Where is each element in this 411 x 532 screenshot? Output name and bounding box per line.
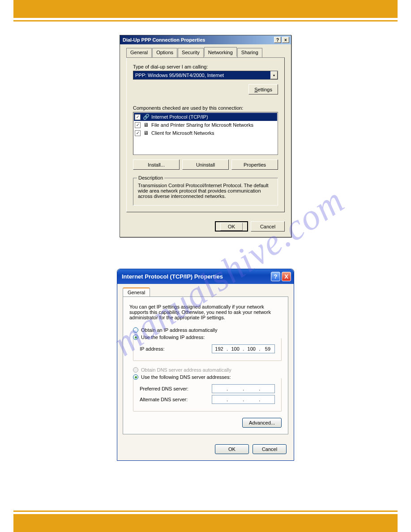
checkbox-icon[interactable]: ✓ <box>135 130 141 136</box>
list-item[interactable]: ✓ 🔗 Internet Protocol (TCP/IP) <box>134 113 277 121</box>
tab-general[interactable]: General <box>123 287 150 296</box>
radio-icon <box>133 327 138 333</box>
dialog-title: Internet Protocol (TCP/IP) Properties <box>122 273 271 280</box>
list-item[interactable]: ✓ 🖥 Client for Microsoft Networks <box>134 129 277 137</box>
uninstall-button[interactable]: Uninstall <box>182 159 229 170</box>
radio-icon <box>133 374 138 380</box>
close-button[interactable]: X <box>282 272 291 281</box>
dialog-title: Dial-Up PPP Connection Properties <box>123 37 273 43</box>
tab-networking[interactable]: Networking <box>204 47 237 57</box>
network-icon: 🔗 <box>142 113 150 120</box>
server-type-label: Type of dial-up server I am calling: <box>133 64 278 69</box>
dialog-titlebar: Internet Protocol (TCP/IP) Properties ? … <box>117 269 294 284</box>
tab-strip: General Options Security Networking Shar… <box>126 48 285 58</box>
page-footer-line <box>13 511 398 512</box>
checkbox-icon[interactable]: ✓ <box>135 122 141 128</box>
ip-auto-radio[interactable]: Obtain an IP address automatically <box>133 327 282 333</box>
page-footer-bar <box>13 514 398 532</box>
install-button[interactable]: Install... <box>133 159 180 170</box>
radio-label: Use the following DNS server addresses: <box>141 374 231 380</box>
description-group: Description Transmission Control Protoco… <box>133 178 278 206</box>
list-item-label: File and Printer Sharing for Microsoft N… <box>151 122 253 128</box>
ok-button[interactable]: OK <box>215 444 249 454</box>
dialog-titlebar: Dial-Up PPP Connection Properties ? × <box>120 35 291 44</box>
settings-button[interactable]: SSettingsettings <box>248 84 278 94</box>
chevron-down-icon[interactable]: ▾ <box>270 71 278 79</box>
dialup-properties-dialog: Dial-Up PPP Connection Properties ? × Ge… <box>120 35 291 237</box>
checkbox-icon[interactable]: ✓ <box>135 114 141 120</box>
alt-dns-input[interactable]: ... <box>212 395 275 404</box>
client-icon: 🖥 <box>142 129 150 137</box>
share-icon: 🖥 <box>142 121 150 129</box>
ip-address-label: IP address: <box>140 346 212 352</box>
ok-button[interactable]: OK <box>215 221 248 232</box>
page-header-bar <box>13 0 398 18</box>
tab-security[interactable]: Security <box>178 48 204 57</box>
tcpip-properties-dialog: Internet Protocol (TCP/IP) Properties ? … <box>117 269 294 461</box>
radio-label: Obtain DNS server address automatically <box>141 367 231 373</box>
list-item-label: Internet Protocol (TCP/IP) <box>151 114 208 120</box>
tab-options[interactable]: Options <box>152 48 177 57</box>
tab-sharing[interactable]: Sharing <box>237 48 262 57</box>
help-button[interactable]: ? <box>271 272 280 281</box>
cancel-button[interactable]: Cancel <box>253 444 287 454</box>
list-item-label: Client for Microsoft Networks <box>151 130 214 136</box>
list-item[interactable]: ✓ 🖥 File and Printer Sharing for Microso… <box>134 121 277 129</box>
description-text: Transmission Control Protocol/Internet P… <box>138 183 273 199</box>
tab-general[interactable]: General <box>126 48 152 57</box>
server-type-value: PPP: Windows 95/98/NT4/2000, Internet <box>135 73 224 78</box>
components-listbox[interactable]: ✓ 🔗 Internet Protocol (TCP/IP) ✓ 🖥 File … <box>133 112 278 155</box>
advanced-button[interactable]: Advanced... <box>242 418 282 428</box>
description-title: Description <box>137 175 164 180</box>
ip-address-input[interactable]: 192. 100. 100. 59 <box>212 344 275 353</box>
dns-auto-radio: Obtain DNS server address automatically <box>133 367 282 373</box>
pref-dns-label: Preferred DNS server: <box>140 386 212 391</box>
cancel-button[interactable]: Cancel <box>251 221 285 232</box>
alt-dns-label: Alternate DNS server: <box>140 397 212 402</box>
help-button[interactable]: ? <box>274 37 281 43</box>
components-label: Components checked are used by this conn… <box>133 105 278 111</box>
radio-icon <box>133 367 138 373</box>
pref-dns-input[interactable]: ... <box>212 384 275 393</box>
close-button[interactable]: × <box>282 37 289 43</box>
intro-text: You can get IP settings assigned automat… <box>129 304 282 320</box>
radio-label: Use the following IP address: <box>141 335 205 340</box>
properties-button[interactable]: Properties <box>231 159 278 170</box>
radio-label: Obtain an IP address automatically <box>141 327 217 333</box>
server-type-combo[interactable]: PPP: Windows 95/98/NT4/2000, Internet ▾ <box>133 71 278 80</box>
radio-icon <box>133 335 138 340</box>
